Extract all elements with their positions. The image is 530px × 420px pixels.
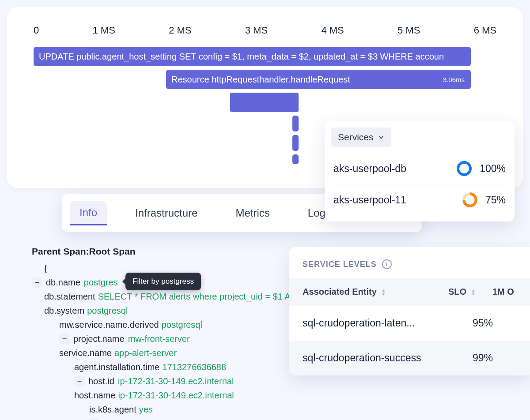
service-row[interactable]: aks-userpool-db 100% <box>331 153 508 184</box>
collapse-toggle[interactable]: − <box>74 376 85 386</box>
attr-key: host.name <box>74 388 115 402</box>
services-popover: Services aks-userpool-db 100% aks-userpo… <box>325 121 515 221</box>
attr-value[interactable]: postgresql <box>87 304 128 318</box>
health-ring-icon <box>457 161 472 176</box>
parent-span-title: Parent Span:Root Span <box>32 246 297 257</box>
entity-name: sql-crudoperation-laten... <box>303 317 473 329</box>
service-name: aks-userpool-db <box>333 163 406 175</box>
attr-key: mw.service.name.derived <box>59 318 159 332</box>
tick: 6 MS <box>474 25 496 36</box>
sort-icon[interactable]: ▲▼ <box>471 289 476 296</box>
attr-value[interactable]: yes <box>151 416 165 420</box>
service-row[interactable]: aks-userpool-11 75% <box>331 184 508 215</box>
tab-metrics[interactable]: Metrics <box>226 202 279 225</box>
col-onem[interactable]: 1M O <box>492 287 514 296</box>
tick: 3 MS <box>245 25 268 36</box>
health-ring-icon <box>462 192 477 207</box>
chevron-down-icon <box>378 134 384 140</box>
attr-value[interactable]: mw-front-server <box>128 332 190 346</box>
attr-key: is.k8s.agent <box>89 402 136 416</box>
attr-value[interactable]: yes <box>139 402 153 416</box>
span-label: Resource httpRequesthandler.handleReques… <box>171 75 350 85</box>
service-levels-card: SERVICE LEVELS i Associated Entity ▲▼ SL… <box>289 247 530 375</box>
span-bar-small[interactable] <box>230 93 299 112</box>
tick: 0 <box>34 25 39 36</box>
col-entity[interactable]: Associated Entity <box>303 287 377 297</box>
collapse-toggle[interactable]: − <box>59 334 70 344</box>
span-bar-child[interactable]: Resource httpRequesthandler.handleReques… <box>166 70 471 89</box>
attr-value[interactable]: postgres <box>84 275 118 289</box>
table-row[interactable]: sql-crudoperation-laten... 95% <box>289 306 530 341</box>
attr-value[interactable]: ip-172-31-30-149.ec2.internal <box>118 388 234 402</box>
attr-key: db.name <box>46 275 80 289</box>
attr-key: agent.installation.time <box>74 360 159 374</box>
attr-value[interactable]: ip-172-31-30-149.ec2.internal <box>118 374 234 388</box>
slo-value: 99% <box>473 352 517 364</box>
attr-key: db.system <box>44 304 84 318</box>
attr-value[interactable]: postgresql <box>162 318 202 332</box>
dropdown-label: Services <box>338 132 374 142</box>
tick: 1 MS <box>93 25 115 36</box>
table-header: Associated Entity ▲▼ SLO ▲▼ 1M O <box>289 278 530 306</box>
info-icon[interactable]: i <box>382 259 392 269</box>
span-bar-tick[interactable] <box>292 135 299 151</box>
card-title: SERVICE LEVELS <box>303 260 377 269</box>
tick: 2 MS <box>169 25 191 36</box>
filter-tooltip[interactable]: Filter by postgress <box>125 273 201 290</box>
sort-icon[interactable]: ▲▼ <box>381 289 386 296</box>
tab-infrastructure[interactable]: Infrastructure <box>125 202 207 225</box>
attr-key: db.statement <box>44 289 95 304</box>
span-bar-tick[interactable] <box>292 154 299 164</box>
tab-info[interactable]: Info <box>70 201 107 225</box>
services-dropdown[interactable]: Services <box>331 128 391 147</box>
attr-key: is.k8s.node <box>103 416 148 420</box>
service-name: aks-userpool-11 <box>333 194 406 206</box>
tick: 5 MS <box>398 25 420 36</box>
service-pct: 75% <box>485 194 506 206</box>
slo-value: 95% <box>473 317 517 329</box>
service-pct: 100% <box>480 163 506 175</box>
col-slo[interactable]: SLO <box>448 287 466 297</box>
attr-key: host.id <box>88 374 114 388</box>
attr-value[interactable]: 1713276636688 <box>162 360 226 374</box>
collapse-toggle[interactable]: − <box>89 418 100 420</box>
entity-name: sql-crudoperation-success <box>303 352 473 364</box>
attr-key: project.name <box>73 332 125 346</box>
span-duration: 3.06ms <box>443 76 465 83</box>
attr-key: service.name <box>59 346 112 360</box>
tick: 4 MS <box>321 25 344 36</box>
attr-value[interactable]: app-alert-server <box>114 346 177 360</box>
attr-value[interactable]: SELECT * FROM alerts where project_uid =… <box>98 289 297 304</box>
span-bar-tick[interactable] <box>292 116 299 131</box>
collapse-toggle[interactable]: − <box>32 277 42 288</box>
timeline-axis: 0 1 MS 2 MS 3 MS 4 MS 5 MS 6 MS <box>7 25 523 36</box>
tooltip-text: Filter by postgress <box>132 277 194 286</box>
table-row[interactable]: sql-crudoperation-success 99% <box>289 341 530 375</box>
span-label: UPDATE public.agent_host_setting SET con… <box>39 52 444 62</box>
span-bar-root[interactable]: UPDATE public.agent_host_setting SET con… <box>34 47 471 66</box>
